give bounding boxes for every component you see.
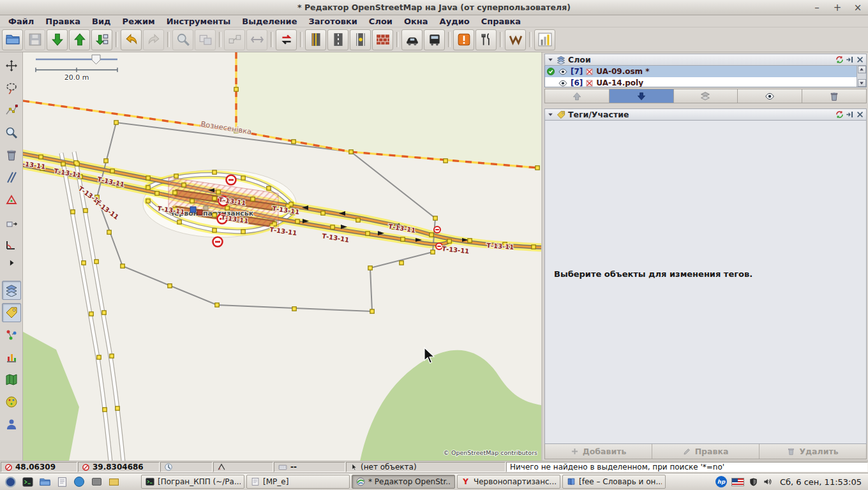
launcher-browser[interactable] — [71, 475, 87, 489]
menu-file[interactable]: Файл — [3, 16, 40, 27]
distribute-button[interactable] — [246, 29, 267, 50]
layer-up-button[interactable] — [545, 89, 610, 103]
menu-view[interactable]: Вид — [86, 16, 117, 27]
layer-visibility-button[interactable] — [738, 89, 802, 103]
layer-row[interactable]: [7] UA-09.osm * — [545, 66, 866, 77]
redo-button[interactable] — [143, 29, 164, 50]
layer-name: UA-14.poly — [596, 78, 643, 87]
collapse-icon[interactable] — [547, 111, 554, 118]
preset-weir-button[interactable] — [505, 29, 526, 50]
keyboard-layout-flag[interactable] — [731, 478, 744, 486]
menu-help[interactable]: Справка — [475, 16, 527, 27]
tool-delete-button[interactable] — [2, 145, 21, 165]
menu-selection[interactable]: Выделение — [236, 16, 303, 27]
menu-audio[interactable]: Аудио — [434, 16, 475, 27]
collapse-icon[interactable] — [547, 56, 554, 63]
tool-parallel-button[interactable] — [2, 168, 21, 187]
tool-select-button[interactable] — [2, 56, 21, 75]
windows-button[interactable] — [195, 29, 216, 50]
preset-wall-button[interactable] — [372, 29, 393, 50]
dock-icon[interactable] — [835, 110, 844, 119]
scroll-down-button[interactable] — [858, 79, 866, 87]
preset-hazard-button[interactable] — [453, 29, 474, 50]
toggle-relations-button[interactable] — [2, 325, 21, 345]
close-icon[interactable] — [856, 110, 864, 119]
unglue-button[interactable] — [224, 29, 245, 50]
layer-down-button[interactable] — [610, 89, 674, 103]
titlebar[interactable]: * Редактор OpenStreetMap на Java (от суп… — [0, 0, 868, 15]
tool-extrude-button[interactable] — [2, 212, 21, 232]
tool-more-button[interactable] — [2, 257, 21, 269]
toggle-tags-button[interactable] — [2, 303, 21, 322]
update-data-button[interactable] — [91, 29, 112, 50]
hp-logo[interactable]: hp — [715, 476, 727, 487]
menu-presets[interactable]: Заготовки — [303, 16, 363, 27]
close-icon[interactable] — [856, 56, 864, 64]
toolbar-separator — [269, 31, 274, 48]
taskbar-window-browser[interactable]: Y Червонопартизанс... — [457, 475, 560, 489]
tool-lasso-button[interactable] — [2, 78, 21, 98]
volume-icon[interactable] — [763, 477, 773, 487]
menu-mode[interactable]: Режим — [117, 16, 161, 27]
scroll-up-button[interactable] — [858, 66, 866, 73]
close-button[interactable]: × — [853, 3, 863, 13]
dock-icon[interactable] — [835, 56, 844, 64]
toggle-authors-button[interactable] — [2, 415, 21, 434]
toggle-layers-button[interactable] — [2, 281, 21, 300]
taskbar-window-dictionary[interactable]: [fee – Словарь и он... — [562, 475, 666, 489]
active-layer-check-icon — [546, 67, 555, 76]
preset-motorway-button[interactable] — [305, 29, 326, 50]
tag-add-button[interactable]: Добавить — [545, 444, 652, 459]
histogram-button[interactable] — [534, 29, 555, 50]
tool-improve-accuracy-button[interactable] — [2, 190, 21, 209]
taskbar-window-josm[interactable]: * Редактор OpenStr... — [352, 475, 455, 489]
launcher-screenshot[interactable] — [89, 475, 104, 489]
tool-zoom-button[interactable] — [2, 123, 21, 142]
menu-edit[interactable]: Правка — [40, 16, 86, 27]
main-toolbar — [0, 27, 868, 52]
menu-imagery[interactable]: Слои — [363, 16, 398, 27]
toggle-mappaint-button[interactable] — [2, 370, 21, 389]
menu-tools[interactable]: Инструменты — [161, 16, 237, 27]
open-button[interactable] — [2, 29, 23, 50]
preset-bus-button[interactable] — [424, 29, 445, 50]
save-button[interactable] — [24, 29, 45, 50]
tool-draw-button[interactable] — [2, 101, 21, 120]
toggle-validator-button[interactable] — [2, 348, 21, 367]
launcher-menu[interactable] — [3, 475, 18, 489]
maximize-button[interactable]: + — [832, 3, 842, 13]
launcher-editor[interactable] — [54, 475, 70, 489]
undo-button[interactable] — [121, 29, 142, 50]
clock[interactable]: Сб, 6 сен, 11:53:05 — [777, 477, 864, 487]
reverse-way-button[interactable] — [276, 29, 297, 50]
layer-row[interactable]: [6] UA-14.poly — [545, 77, 866, 87]
launcher-mail[interactable] — [106, 475, 121, 489]
layer-delete-button[interactable] — [802, 89, 866, 103]
preset-restaurant-button[interactable] — [475, 29, 497, 50]
upload-button[interactable] — [69, 29, 90, 50]
person-icon — [5, 418, 18, 431]
eye-icon[interactable] — [558, 68, 568, 76]
tag-edit-button[interactable]: Правка — [652, 444, 760, 459]
tool-angle-button[interactable] — [2, 235, 21, 254]
taskbar-window-terminal[interactable]: [Погран_КПП (~/Ра... — [141, 475, 244, 489]
pin-icon[interactable] — [846, 110, 854, 119]
toggle-styles-button[interactable] — [2, 392, 21, 412]
taskbar-window-editor[interactable]: [MP_e] — [246, 475, 350, 489]
layer-scrollbar[interactable] — [857, 66, 866, 87]
eye-icon[interactable] — [558, 79, 568, 87]
layer-merge-button[interactable] — [674, 89, 738, 103]
pin-icon[interactable] — [846, 56, 854, 64]
preset-road-button[interactable] — [327, 29, 348, 50]
launcher-files[interactable] — [37, 475, 52, 489]
shield-icon[interactable] — [749, 477, 758, 487]
menu-windows[interactable]: Окна — [398, 16, 434, 27]
download-button[interactable] — [47, 29, 68, 50]
map-canvas[interactable]: Червонопартизанськ — [23, 52, 541, 461]
preset-car-button[interactable] — [401, 29, 423, 50]
tag-delete-button[interactable]: Удалить — [760, 444, 866, 459]
minimize-button[interactable]: – — [812, 3, 822, 13]
launcher-terminal[interactable] — [20, 475, 35, 489]
preset-crossing-button[interactable] — [350, 29, 371, 50]
zoom-selection-button[interactable] — [172, 29, 193, 50]
